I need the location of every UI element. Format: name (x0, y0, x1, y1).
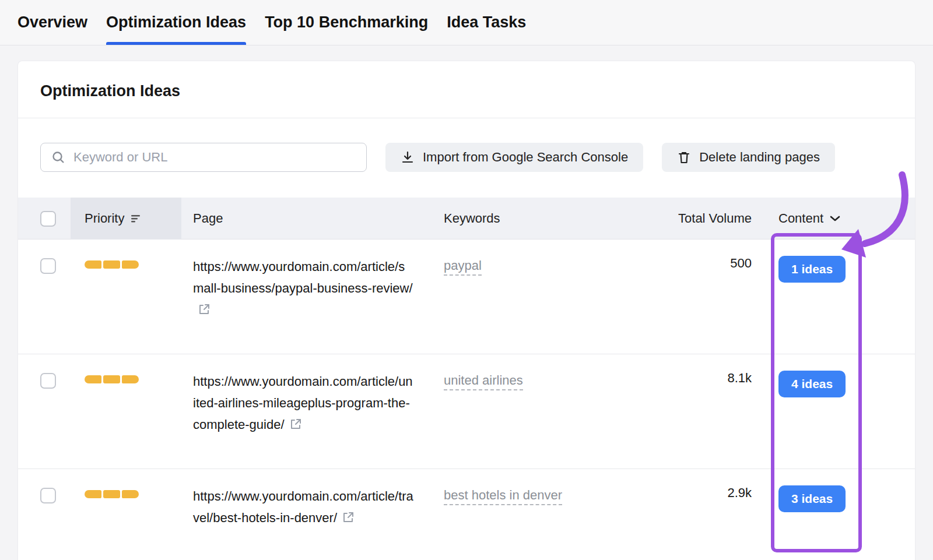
tab-top-10-benchmarking[interactable]: Top 10 Benchmarking (265, 0, 428, 45)
keyword-link[interactable]: best hotels in denver (444, 488, 562, 505)
header-keywords-label: Keywords (444, 211, 500, 226)
external-link-icon[interactable] (289, 418, 302, 431)
content-cell: 4 ideas (759, 371, 915, 397)
table-row: https://www.yourdomain.com/article/unite… (18, 354, 915, 469)
table-header-row: Priority Page Keywords Total Volume (18, 198, 915, 240)
total-volume-value: 8.1k (727, 371, 752, 385)
chevron-down-icon (829, 214, 841, 223)
page-url: https://www.yourdomain.com/article/trave… (193, 489, 413, 525)
tab-label: Optimization Ideas (106, 13, 246, 31)
table-row: https://www.yourdomain.com/article/trave… (18, 469, 915, 560)
tab-label: Idea Tasks (447, 13, 526, 31)
row-checkbox-cell (18, 371, 71, 389)
page-title: Optimization Ideas (18, 61, 915, 118)
volume-cell: 2.9k (619, 485, 759, 501)
header-priority[interactable]: Priority (71, 198, 181, 240)
select-all-checkbox[interactable] (40, 211, 56, 227)
page-url: https://www.yourdomain.com/article/unite… (193, 374, 413, 432)
header-total-volume: Total Volume (619, 198, 759, 240)
keyword-link[interactable]: paypal (444, 258, 482, 276)
priority-indicator (82, 260, 181, 269)
row-checkbox[interactable] (40, 373, 56, 389)
optimization-ideas-table: Priority Page Keywords Total Volume (18, 198, 915, 560)
keyword-link[interactable]: united airlines (444, 373, 523, 390)
table-row: https://www.yourdomain.com/article/small… (18, 240, 915, 354)
priority-indicator (82, 375, 181, 383)
tab-optimization-ideas[interactable]: Optimization Ideas (106, 0, 246, 45)
keywords-cell: united airlines (432, 371, 619, 390)
header-priority-label: Priority (85, 211, 124, 226)
search-input[interactable] (73, 150, 356, 165)
import-gsc-button[interactable]: Import from Google Search Console (385, 143, 643, 172)
page-cell: https://www.yourdomain.com/article/small… (181, 256, 432, 320)
toolbar: Import from Google Search Console Delete… (18, 118, 915, 172)
header-checkbox-cell (18, 198, 71, 240)
page-url: https://www.yourdomain.com/article/small… (193, 259, 413, 295)
external-link-icon[interactable] (198, 303, 211, 316)
import-gsc-label: Import from Google Search Console (423, 150, 628, 165)
search-box (40, 143, 367, 172)
tab-label: Overview (17, 13, 87, 31)
priority-cell (71, 485, 181, 498)
header-page: Page (181, 198, 432, 240)
total-volume-value: 2.9k (727, 485, 752, 500)
external-link-icon[interactable] (342, 511, 355, 524)
keywords-cell: best hotels in denver (432, 485, 619, 505)
ideas-button[interactable]: 4 ideas (778, 371, 846, 397)
search-icon (51, 150, 65, 164)
delete-landing-pages-button[interactable]: Delete landing pages (662, 143, 835, 172)
optimization-ideas-card: Optimization Ideas Import from Google Se… (17, 61, 916, 560)
ideas-button[interactable]: 3 ideas (778, 485, 846, 512)
tab-overview[interactable]: Overview (17, 0, 87, 45)
import-download-icon (401, 150, 415, 164)
tab-label: Top 10 Benchmarking (265, 13, 428, 31)
keywords-cell: paypal (432, 256, 619, 276)
header-page-label: Page (193, 211, 223, 226)
total-volume-value: 500 (730, 256, 752, 270)
priority-cell (71, 371, 181, 383)
delete-landing-pages-label: Delete landing pages (699, 150, 820, 165)
trash-icon (677, 150, 691, 164)
header-total-volume-label: Total Volume (678, 211, 752, 226)
header-content-label: Content (778, 211, 823, 226)
priority-indicator (82, 490, 181, 498)
header-keywords: Keywords (432, 198, 619, 240)
tab-idea-tasks[interactable]: Idea Tasks (447, 0, 526, 45)
sort-icon (130, 213, 143, 224)
row-checkbox[interactable] (40, 488, 56, 503)
row-checkbox-cell (18, 256, 71, 274)
content-cell: 1 ideas (759, 256, 915, 283)
volume-cell: 8.1k (619, 371, 759, 386)
content-cell: 3 ideas (759, 485, 915, 512)
row-checkbox-cell (18, 485, 71, 503)
volume-cell: 500 (619, 256, 759, 271)
page-cell: https://www.yourdomain.com/article/unite… (181, 371, 432, 435)
tab-bar: Overview Optimization Ideas Top 10 Bench… (0, 0, 933, 45)
header-content[interactable]: Content (759, 198, 915, 240)
page-cell: https://www.yourdomain.com/article/trave… (181, 485, 432, 529)
row-checkbox[interactable] (40, 258, 56, 274)
priority-cell (71, 256, 181, 269)
ideas-button[interactable]: 1 ideas (778, 256, 846, 283)
